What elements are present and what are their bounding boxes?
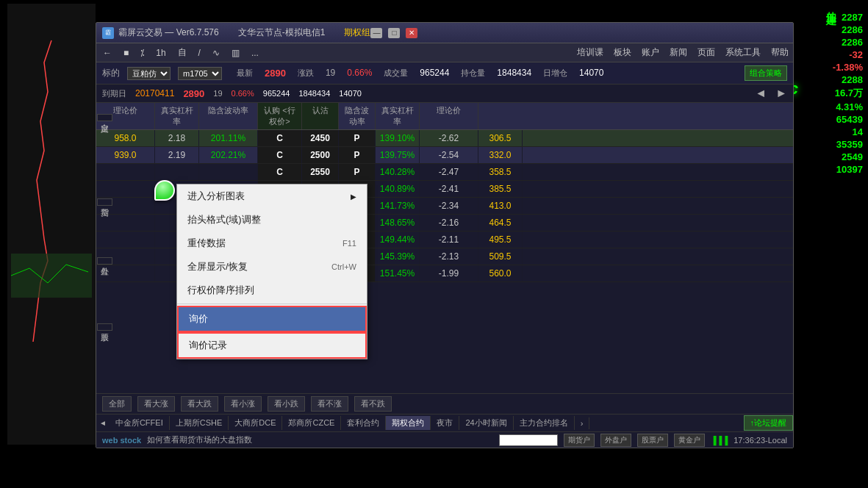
filter-no-up[interactable]: 看不涨 [311, 396, 348, 412]
status-time: 17:36:23-Local [734, 436, 787, 445]
filter-bar: 全部 看大涨 看大跌 看小涨 看小跌 看不涨 看不跌 [96, 393, 793, 414]
tab-cshe[interactable]: 上期所CSHE [170, 416, 229, 430]
maximize-button[interactable]: □ [388, 28, 400, 38]
tab-arb[interactable]: 套利合约 [341, 416, 386, 430]
theo-c: 958.0 [96, 130, 155, 146]
expiry-change-val: 19 [213, 89, 222, 98]
chart-canvas [7, 4, 96, 445]
toolbar: ← ■ ⁒ 1h 自 / ∿ ▥ ... 培训课 板块 账户 新闻 页面 系统工… [96, 43, 793, 62]
symbol-select[interactable]: 豆粕仿 [127, 67, 171, 80]
status-bar: web stock 如何查看期货市场的大盘指数 期货户 外盘户 股票户 黄金户 … [96, 431, 793, 448]
mouse-cursor [154, 180, 184, 209]
tab-czce[interactable]: 郑商所CZCE [282, 416, 341, 430]
gold-account-button[interactable]: 黄金户 [674, 434, 705, 447]
expiry-v1: 965244 [263, 89, 290, 98]
filter-big-down[interactable]: 看大跌 [181, 396, 218, 412]
status-text: 如何查看期货市场的大盘指数 [147, 434, 493, 445]
expiry-change-pct: 0.66% [232, 89, 254, 98]
tab-main-contract[interactable]: 主力合约排名 [514, 416, 575, 430]
ctx-header-adjust[interactable]: 抬头格式(域)调整 [177, 208, 367, 232]
theo-p: 358.5 [478, 164, 523, 180]
menu-account[interactable]: 账户 [642, 46, 659, 59]
lev-p: -2.47 [420, 164, 478, 180]
combo-strategy-button[interactable]: 组合策略 [745, 65, 787, 81]
stock-account-button[interactable]: 股票户 [637, 434, 668, 447]
left-chart-area [0, 0, 103, 488]
nav-left-arrow[interactable]: ◄ [755, 87, 767, 100]
filter-big-up[interactable]: 看大涨 [137, 396, 175, 412]
toolbar-table[interactable]: ▥ [229, 47, 242, 59]
close-button[interactable]: ✕ [406, 28, 417, 38]
tab-more[interactable]: › [575, 417, 590, 429]
tab-cffei[interactable]: 中金所CFFEI [110, 416, 170, 430]
lev-p: -1.99 [420, 265, 478, 281]
minimize-button[interactable]: — [370, 28, 382, 38]
theo-c: 939.0 [96, 147, 155, 163]
menu-sectors[interactable]: 板块 [614, 46, 631, 59]
ctx-divider [177, 304, 367, 304]
filter-small-down[interactable]: 看小跌 [268, 396, 305, 412]
submenu-arrow-icon: ▶ [351, 193, 356, 201]
nav-prev-arrow[interactable]: ◄ [96, 419, 110, 427]
volume-val: 965244 [420, 68, 449, 79]
toolbar-back[interactable]: ← [101, 47, 114, 59]
filter-all[interactable]: 全部 [102, 396, 132, 412]
status-search-input[interactable] [499, 434, 558, 446]
ticker-row: 14 [798, 126, 864, 138]
table-row[interactable]: 958.0 2.18 201.11% C 2450 P 139.10% -2.6… [96, 130, 793, 147]
expiry-price: 2890 [183, 88, 204, 99]
vol-p: 140.89% [376, 181, 420, 197]
filter-no-down[interactable]: 看不跌 [354, 396, 392, 412]
title-bar: 霸 霸屏云交易 — Ver6.7.576 文华云节点-模拟电信1 期权组 — □… [96, 23, 793, 43]
status-logo: web stock [102, 436, 141, 445]
daily-chg-val: 14070 [579, 68, 603, 79]
app-product: 期权组 [344, 26, 370, 39]
forum-button[interactable]: ↑论坛提醒 [744, 415, 794, 431]
toolbar-more[interactable]: ... [249, 47, 261, 59]
ctx-inquiry[interactable]: 询价 [177, 306, 367, 332]
ticker-row: 2286 [798, 36, 864, 49]
expiry-label: 到期日 [102, 88, 126, 99]
vol-p: 151.45% [376, 265, 420, 281]
toolbar-slash[interactable]: / [196, 47, 203, 59]
lev-p: -2.13 [420, 248, 478, 265]
menu-news[interactable]: 新闻 [670, 46, 687, 59]
ctx-fullscreen[interactable]: 全屏显示/恢复 Ctrl+W [177, 255, 367, 279]
tab-night[interactable]: 夜市 [431, 416, 459, 430]
ctx-reload-data[interactable]: 重传数据 F11 [177, 232, 367, 255]
ctx-inquiry-record[interactable]: 询价记录 [177, 332, 367, 359]
change-label: 涨跌 [298, 68, 314, 79]
contract-select[interactable]: m1705 [178, 67, 222, 80]
vol-p: 148.65% [376, 215, 420, 231]
toolbar-wave[interactable]: ∿ [210, 47, 222, 59]
vol-c [199, 164, 258, 180]
toolbar-1h[interactable]: 1h [154, 47, 168, 59]
table-row[interactable]: 939.0 2.19 202.21% C 2500 P 139.75% -2.5… [96, 147, 793, 164]
futures-account-button[interactable]: 期货户 [564, 434, 595, 447]
vol-p: 140.28% [376, 164, 420, 180]
nav-right-arrow[interactable]: ► [775, 87, 787, 100]
shortcut-label: Ctrl+W [331, 262, 356, 271]
col-vol-p: 隐含波动率 [339, 103, 376, 129]
table-row[interactable]: C 2550 P 140.28% -2.47 358.5 [96, 164, 793, 181]
tab-news[interactable]: 24小时新闻 [459, 416, 513, 430]
forex-account-button[interactable]: 外盘户 [600, 434, 631, 447]
vol-p: 145.39% [376, 248, 420, 265]
ctx-sort-strike[interactable]: 行权价降序排列 [177, 279, 367, 302]
menu-training[interactable]: 培训课 [577, 46, 603, 59]
toolbar-line[interactable]: ⁒ [138, 47, 146, 59]
strike: 2550 [302, 164, 339, 180]
symbol-label: 标的 [102, 67, 120, 79]
menu-help[interactable]: 帮助 [771, 46, 789, 59]
menu-tools[interactable]: 系统工具 [725, 46, 761, 59]
tab-options[interactable]: 期权合约 [386, 416, 431, 430]
filter-small-up[interactable]: 看小涨 [224, 396, 262, 412]
tab-dce[interactable]: 大商所DCE [229, 416, 282, 430]
menu-page[interactable]: 页面 [697, 46, 715, 59]
theo-p: 385.5 [478, 181, 523, 197]
type-c: C [258, 147, 302, 163]
ctx-analysis-chart[interactable]: 进入分析图表 ▶ [177, 184, 367, 208]
toolbar-grid[interactable]: ■ [121, 47, 131, 59]
lev-c [155, 164, 199, 180]
toolbar-auto[interactable]: 自 [176, 46, 189, 60]
